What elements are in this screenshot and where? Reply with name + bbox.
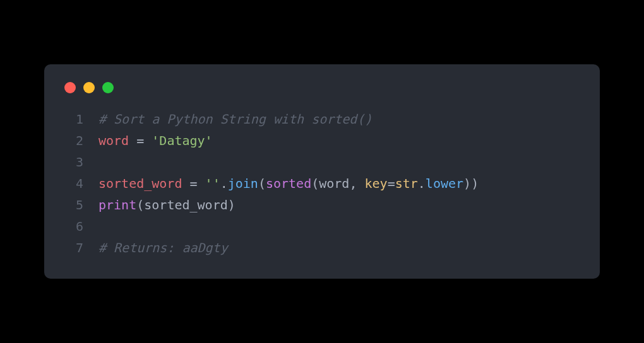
paren-token: ( [136,197,144,212]
code-content [98,216,580,237]
code-content: # Returns: aaDgty [98,237,580,259]
code-content [98,151,580,173]
kwarg-token: key [365,176,388,191]
close-icon[interactable] [64,82,76,93]
space-token [129,133,136,148]
line-number: 5 [64,194,83,216]
comma-token: , [349,176,364,191]
code-content: # Sort a Python String with sorted() [98,108,580,130]
line-number: 7 [64,237,83,259]
operator-token: = [136,133,144,148]
operator-token: = [388,176,395,191]
code-line: 3 [64,151,580,173]
builtin-token: print [98,197,136,212]
line-number: 4 [64,173,83,194]
code-line: 5 print(sorted_word) [64,194,580,216]
line-number: 3 [64,151,83,173]
comment-token: # Returns: aaDgty [98,240,228,255]
arg-token: sorted_word [144,197,227,212]
code-content: word = 'Datagy' [98,130,580,151]
minimize-icon[interactable] [83,82,95,93]
space-token [198,176,205,191]
maximize-icon[interactable] [102,82,114,93]
builtin-token: sorted [266,176,311,191]
code-area: 1 # Sort a Python String with sorted() 2… [64,108,580,259]
space-token [182,176,189,191]
code-content: print(sorted_word) [98,194,580,216]
paren-token: ( [311,176,319,191]
method-token: lower [426,176,463,191]
method-token: join [228,176,258,191]
dot-token: . [220,176,228,191]
string-token: 'Datagy' [152,133,212,148]
line-number: 2 [64,130,83,151]
line-number: 1 [64,108,83,130]
paren-token: ) [228,197,236,212]
paren-token: ) [463,176,471,191]
code-line: 2 word = 'Datagy' [64,130,580,151]
paren-token: ) [471,176,479,191]
code-line: 4 sorted_word = ''.join(sorted(word, key… [64,173,580,194]
class-token: str [395,176,418,191]
variable-token: word [98,133,129,148]
code-editor-window: 1 # Sort a Python String with sorted() 2… [44,64,600,279]
code-content: sorted_word = ''.join(sorted(word, key=s… [98,173,580,194]
code-line: 7 # Returns: aaDgty [64,237,580,259]
operator-token: = [190,176,198,191]
space-token [144,133,152,148]
paren-token: ( [258,176,266,191]
string-token: '' [205,176,220,191]
variable-token: sorted_word [98,176,182,191]
window-controls [64,82,580,93]
code-line: 1 # Sort a Python String with sorted() [64,108,580,130]
code-line: 6 [64,216,580,237]
dot-token: . [418,176,426,191]
arg-token: word [319,176,349,191]
line-number: 6 [64,216,83,237]
comment-token: # Sort a Python String with sorted() [98,112,372,127]
